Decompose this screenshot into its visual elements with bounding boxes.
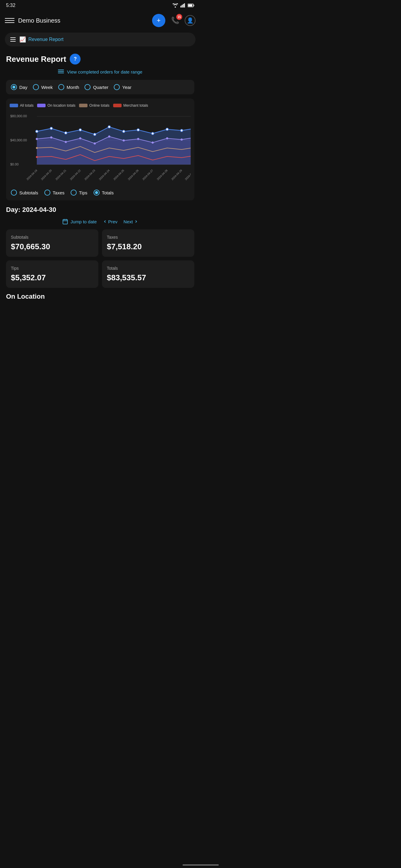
dot: [93, 133, 96, 135]
stats-grid: Subtotals $70,665.30 Taxes $7,518.20 Tip…: [6, 229, 194, 288]
breadcrumb-menu-button[interactable]: [10, 37, 16, 41]
period-selector: Day Week Month Quarter Year: [6, 80, 194, 94]
stat-value-totals: $83,535.57: [107, 273, 190, 282]
dot: [181, 138, 183, 141]
svg-rect-5: [194, 5, 194, 6]
status-icons: [173, 3, 194, 7]
legend-merchant: Merchant totals: [113, 103, 148, 107]
next-button[interactable]: Next: [123, 219, 138, 224]
dot: [122, 130, 125, 133]
svg-rect-7: [58, 70, 64, 70]
period-label-day: Day: [19, 85, 27, 90]
hamburger-menu-button[interactable]: [5, 16, 15, 25]
period-radio-week: [33, 84, 39, 90]
period-radio-day: [11, 84, 17, 90]
dot: [36, 156, 38, 158]
metric-option-taxes[interactable]: Taxes: [45, 190, 64, 195]
period-option-year[interactable]: Year: [114, 84, 131, 90]
metric-radio-tips: [70, 190, 77, 195]
x-label: 2024-04-29: [171, 169, 183, 181]
dot: [64, 132, 67, 134]
period-label-month: Month: [67, 85, 79, 90]
chevron-right-icon: [134, 219, 138, 224]
on-location-label: On Location: [6, 293, 45, 300]
metric-option-subtotals[interactable]: Subtotals: [11, 190, 38, 195]
period-option-week[interactable]: Week: [33, 84, 53, 90]
on-location-section: On Location: [6, 293, 194, 307]
legend-on-location: On location totals: [37, 103, 76, 107]
page-header: Revenue Report ?: [6, 54, 194, 64]
status-bar: 5:32: [0, 0, 200, 11]
stat-value-taxes: $7,518.20: [107, 242, 190, 251]
stat-label-totals: Totals: [107, 266, 190, 271]
chevron-left-icon: [103, 219, 107, 224]
dot: [108, 135, 110, 138]
chart-metric-selector: Subtotals Taxes Tips Totals: [10, 190, 191, 195]
metric-option-totals[interactable]: Totals: [93, 190, 114, 195]
period-label-year: Year: [122, 85, 131, 90]
add-button[interactable]: +: [152, 14, 165, 27]
x-label: 2024-04-27: [142, 169, 154, 181]
dot: [166, 128, 168, 130]
x-label: 2024-04-20: [40, 169, 53, 181]
dot: [36, 147, 38, 149]
status-time: 5:32: [6, 3, 16, 8]
phone-button[interactable]: 📞 15: [169, 14, 181, 27]
chart-legend: All totals On location totals Online tot…: [10, 103, 191, 107]
svg-rect-8: [58, 71, 64, 72]
stat-value-subtotals: $70,665.30: [11, 242, 93, 251]
legend-label-all: All totals: [20, 103, 33, 107]
calendar-icon: [62, 218, 68, 224]
jump-to-date-button[interactable]: Jump to date: [62, 218, 97, 224]
period-option-quarter[interactable]: Quarter: [85, 84, 108, 90]
stat-card-subtotals: Subtotals $70,665.30: [6, 229, 98, 257]
main-content: Revenue Report ? View completed orders f…: [0, 49, 200, 311]
metric-label-tips: Tips: [79, 190, 87, 195]
x-label: 2024-04-26: [127, 169, 139, 181]
stat-card-taxes: Taxes $7,518.20: [102, 229, 194, 257]
dot: [151, 132, 154, 135]
legend-swatch-merchant: [113, 104, 122, 107]
breadcrumb-bar: 📈 Revenue Report: [5, 33, 196, 46]
x-label: 2024-04-28: [156, 169, 168, 181]
dot: [94, 143, 96, 145]
svg-text:$80,000.00: $80,000.00: [10, 114, 27, 118]
chart-area: $80,000.00 $40,000.00 $0.00: [10, 112, 191, 185]
dot: [123, 140, 125, 142]
dot: [152, 142, 154, 144]
help-button[interactable]: ?: [70, 54, 81, 64]
date-navigation: Jump to date Prev Next: [6, 218, 194, 224]
dot: [180, 129, 183, 132]
dot: [36, 130, 38, 133]
legend-swatch-location: [37, 104, 46, 107]
top-nav: Demo Business + 📞 15 👤: [0, 11, 200, 30]
signal-icon: [180, 3, 185, 7]
dot: [50, 127, 53, 130]
period-option-month[interactable]: Month: [58, 84, 79, 90]
period-option-day[interactable]: Day: [11, 84, 27, 90]
metric-radio-totals: [93, 190, 99, 195]
period-label-week: Week: [41, 85, 53, 90]
dot: [137, 138, 139, 140]
breadcrumb: 📈 Revenue Report: [19, 36, 64, 43]
dot: [36, 138, 38, 140]
view-orders-label: View completed orders for date range: [67, 69, 142, 74]
x-label: 2024-04-25: [113, 169, 125, 181]
svg-rect-6: [188, 4, 193, 7]
view-orders-link[interactable]: View completed orders for date range: [6, 69, 194, 74]
account-button[interactable]: 👤: [185, 15, 196, 26]
legend-online: Online totals: [79, 103, 110, 107]
dot: [65, 141, 67, 143]
metric-option-tips[interactable]: Tips: [70, 190, 87, 195]
legend-label-online: Online totals: [89, 103, 110, 107]
page-title: Revenue Report: [6, 55, 66, 64]
legend-label-location: On location totals: [47, 103, 76, 107]
prev-button[interactable]: Prev: [103, 219, 118, 224]
svg-text:$0.00: $0.00: [10, 162, 19, 166]
dot: [108, 126, 110, 128]
stat-card-totals: Totals $83,535.57: [102, 260, 194, 288]
svg-rect-16: [63, 219, 67, 224]
legend-swatch-all: [10, 104, 18, 107]
dot: [137, 129, 139, 131]
trend-icon: 📈: [19, 36, 26, 43]
